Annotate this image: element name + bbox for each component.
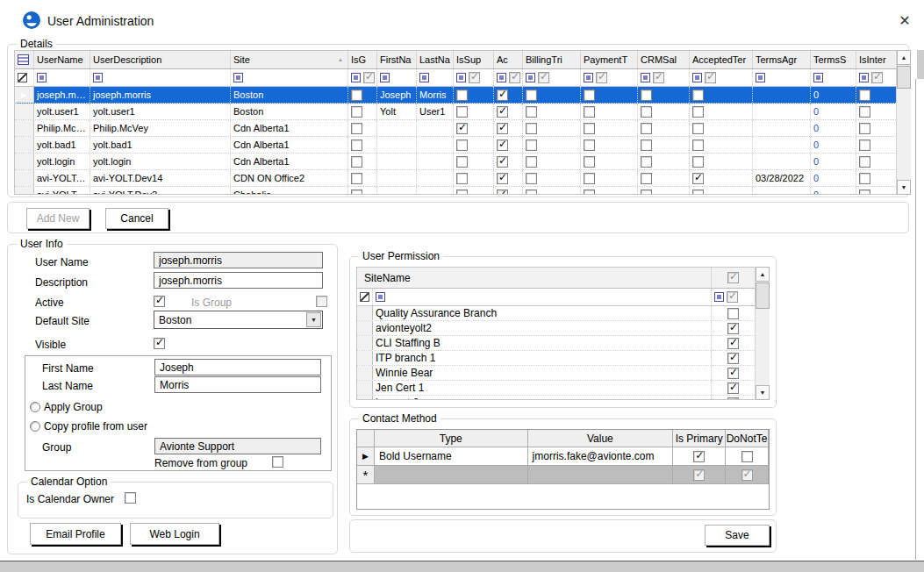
first-name-field[interactable] <box>154 359 321 375</box>
filter-cell-terms_s[interactable] <box>811 69 856 86</box>
filter-icon[interactable] <box>37 73 47 82</box>
granted-checkbox[interactable] <box>727 308 739 319</box>
accepted_ter-checkbox[interactable] <box>692 173 704 184</box>
filter-cell-indicator[interactable] <box>15 69 34 86</box>
ac-checkbox[interactable] <box>497 89 508 101</box>
filter-icon[interactable] <box>641 73 650 82</box>
is_g-checkbox[interactable] <box>351 173 362 184</box>
filter-indicator-cell[interactable] <box>357 289 373 305</box>
granted-checkbox[interactable] <box>727 397 739 401</box>
filter-cell-crm_sal[interactable] <box>638 69 690 86</box>
filter-clear-icon[interactable] <box>360 292 369 302</box>
filter-icon[interactable] <box>456 73 466 82</box>
contact-column-header-donotte[interactable]: DoNotTe <box>726 430 769 447</box>
site-permission-row[interactable]: Jen Cert 1 <box>357 381 769 396</box>
granted-checkbox[interactable] <box>727 368 739 379</box>
accepted_ter-checkbox[interactable] <box>692 106 704 118</box>
filter-icon[interactable] <box>859 73 869 82</box>
close-icon[interactable]: ✕ <box>895 11 914 30</box>
is_sup-checkbox[interactable] <box>456 89 468 101</box>
filter-icon[interactable] <box>714 292 724 302</box>
column-header-payment_t[interactable]: PaymentT <box>581 51 638 68</box>
user-row[interactable]: yolt.bad1yolt.bad1Cdn Alberta10 <box>15 137 910 154</box>
filter-cell-accepted_ter[interactable] <box>690 69 753 86</box>
filter-clear-icon[interactable] <box>18 73 27 82</box>
billing_tri-checkbox[interactable] <box>526 173 537 184</box>
filter-cell-site[interactable] <box>231 69 348 86</box>
payment_t-checkbox[interactable] <box>584 189 595 196</box>
is_g-checkbox[interactable] <box>351 189 362 196</box>
column-header-is_inter[interactable]: IsInter <box>856 51 897 68</box>
ac-checkbox[interactable] <box>497 106 508 118</box>
contact-column-header-value[interactable]: Value <box>528 430 674 447</box>
payment_t-checkbox[interactable] <box>584 173 595 184</box>
filter-cell-is_g[interactable] <box>348 69 377 86</box>
user-row[interactable]: avi-YOLT.Dev2avi-YOLT.Dev2Chehalis0 <box>15 187 910 195</box>
is-calendar-owner-checkbox[interactable] <box>125 492 136 504</box>
add-new-button[interactable]: Add New <box>26 208 90 229</box>
crm_sal-checkbox[interactable] <box>641 139 652 151</box>
last-name-field[interactable] <box>154 376 321 393</box>
filter-cell-user_description[interactable] <box>90 69 231 86</box>
filter-cell-terms_agr[interactable] <box>753 69 811 86</box>
column-header-is_sup[interactable]: IsSup <box>454 51 494 68</box>
filter-icon[interactable] <box>497 73 506 82</box>
ac-checkbox[interactable] <box>497 189 508 196</box>
crm_sal-checkbox[interactable] <box>641 106 652 118</box>
crm_sal-checkbox[interactable] <box>641 173 652 184</box>
chevron-down-icon[interactable]: ▼ <box>306 312 321 327</box>
is_inter-checkbox[interactable] <box>859 106 870 118</box>
sitename-filter-cell[interactable] <box>373 289 712 305</box>
filter-cell-first_na[interactable] <box>377 69 417 86</box>
column-header-terms_agr[interactable]: TermsAgr <box>753 51 811 68</box>
billing_tri-checkbox[interactable] <box>526 139 537 151</box>
is_g-checkbox[interactable] <box>351 139 362 151</box>
filter-icon[interactable] <box>351 73 361 82</box>
filter-icon[interactable] <box>813 73 823 82</box>
granted-checkbox[interactable] <box>727 323 739 334</box>
accepted_ter-checkbox[interactable] <box>692 123 704 134</box>
payment_t-checkbox[interactable] <box>584 106 595 118</box>
payment_t-checkbox[interactable] <box>584 156 595 168</box>
is_sup-checkbox[interactable] <box>456 156 468 168</box>
active-checkbox[interactable] <box>154 296 165 307</box>
payment_t-checkbox[interactable] <box>584 123 595 134</box>
cancel-button[interactable]: Cancel <box>105 208 168 229</box>
filter-icon[interactable] <box>376 292 385 302</box>
site-permission-row[interactable]: Quality Assurance Branch <box>357 306 769 321</box>
ac-checkbox[interactable] <box>497 139 508 151</box>
is_inter-checkbox[interactable] <box>859 156 870 168</box>
filter-icon[interactable] <box>419 73 429 82</box>
scroll-down-button[interactable]: ▼ <box>756 385 770 400</box>
filter-cell-user_name[interactable] <box>34 69 90 86</box>
billing_tri-checkbox[interactable] <box>526 89 537 101</box>
billing_tri-checkbox[interactable] <box>526 106 537 118</box>
column-header-accepted_ter[interactable]: AcceptedTer <box>690 51 753 68</box>
column-header-ac[interactable]: Ac <box>494 51 523 68</box>
is_g-checkbox[interactable] <box>351 106 362 118</box>
filter-cell-last_na[interactable] <box>417 69 454 86</box>
filter-icon[interactable] <box>233 73 243 82</box>
is_inter-checkbox[interactable] <box>859 89 870 101</box>
column-header-last_na[interactable]: LastNa <box>417 51 454 68</box>
ac-checkbox[interactable] <box>497 156 508 168</box>
is_inter-checkbox[interactable] <box>859 123 870 134</box>
scroll-up-button[interactable]: ▲ <box>756 267 770 282</box>
filter-cell-ac[interactable] <box>494 69 523 86</box>
site-permission-row[interactable]: CLI Staffing B <box>357 336 769 351</box>
do-not-te-checkbox[interactable] <box>741 451 753 462</box>
filter-cell-is_sup[interactable] <box>454 69 494 86</box>
accepted_ter-checkbox[interactable] <box>692 189 704 196</box>
user-row[interactable]: yolt.user1yolt.user1BostonYoltUser10 <box>15 104 910 120</box>
contact-type-cell[interactable] <box>375 466 528 484</box>
billing_tri-checkbox[interactable] <box>526 123 537 134</box>
site-permission-row[interactable]: avionteyolt2 <box>357 321 769 336</box>
site-permission-row[interactable]: jen cert 2 <box>357 396 769 400</box>
user-row[interactable]: yolt.loginyolt.loginCdn Alberta10 <box>15 154 910 170</box>
scroll-down-button[interactable]: ▼ <box>897 180 911 195</box>
group-field[interactable] <box>154 438 321 454</box>
user-row[interactable]: ▶joseph.morrisjoseph.morrisBostonJosephM… <box>15 87 910 104</box>
filter-icon[interactable] <box>584 73 593 82</box>
remove-from-group-checkbox[interactable] <box>272 456 283 468</box>
is_sup-checkbox[interactable] <box>456 123 468 134</box>
